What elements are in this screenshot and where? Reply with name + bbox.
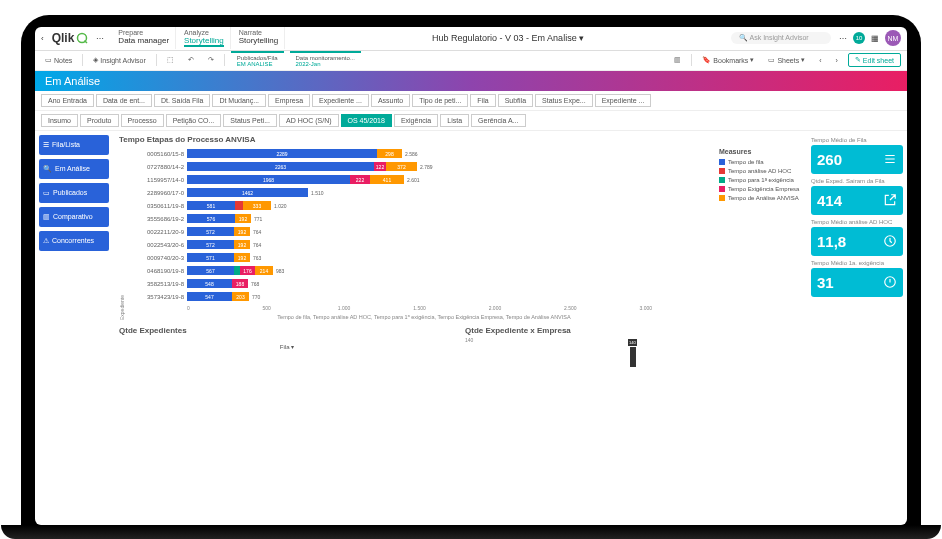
select-icon[interactable]: ⬚ — [163, 54, 178, 66]
bar-chart[interactable]: 0005160/15-822892982.5860727880/14-22263… — [133, 148, 715, 320]
filter-processo[interactable]: Processo — [121, 114, 164, 127]
chart-row[interactable]: 1159957/14-019682224112.601 — [133, 174, 715, 186]
sidebar: ☰Fila/Lista🔍Em Análise▭Publicados▥Compar… — [35, 131, 113, 525]
sidebar-comparativo[interactable]: ▥Comparativo — [39, 207, 109, 227]
edit-sheet-button[interactable]: ✎ Edit sheet — [848, 53, 901, 67]
sheet-banner: Em Análise — [35, 71, 907, 91]
nav-narrate[interactable]: NarrateStorytelling — [233, 27, 286, 49]
filter-data-de-ent-[interactable]: Data de ent... — [96, 94, 152, 107]
legend-item[interactable]: Tempo Exigência Empresa — [719, 186, 801, 192]
sidebar-concorrentes[interactable]: ⚠Concorrentes — [39, 231, 109, 251]
kpi-card[interactable]: 260 — [811, 145, 903, 174]
filter-insumo[interactable]: Insumo — [41, 114, 78, 127]
legend: Measures Tempo de filaTempo análise AD H… — [719, 148, 801, 320]
kpi-panel: Tempo Médio de Fila260Qtde Exped. Sairam… — [807, 131, 907, 525]
chart-row[interactable]: 2289960/17-014621.510 — [133, 187, 715, 199]
sidebar-fila-lista[interactable]: ☰Fila/Lista — [39, 135, 109, 155]
kpi-label: Tempo Médio análise AD HOC — [811, 219, 903, 225]
filter-fila[interactable]: Fila — [470, 94, 495, 107]
chart-row[interactable]: 0727880/14-222631223722.789 — [133, 161, 715, 173]
filter-dt-sa-da-fila[interactable]: Dt. Saída Fila — [154, 94, 210, 107]
filter-status-expe-[interactable]: Status Expe... — [535, 94, 593, 107]
avatar[interactable]: NM — [885, 30, 901, 46]
chart-row[interactable]: 3555686/19-2576192771 — [133, 213, 715, 225]
filter-empresa[interactable]: Empresa — [268, 94, 310, 107]
filter-produto[interactable]: Produto — [80, 114, 119, 127]
search-input[interactable]: 🔍 Ask Insight Advisor — [731, 32, 831, 44]
filter-status-peti-[interactable]: Status Peti... — [223, 114, 277, 127]
chart-icon[interactable]: ▥ — [670, 54, 685, 66]
grid-icon[interactable]: ▦ — [871, 34, 879, 43]
notes-button[interactable]: ▭ Notes — [41, 54, 76, 66]
legend-item[interactable]: Tempo de fila — [719, 159, 801, 165]
filter-row-1: Ano EntradaData de ent...Dt. Saída FilaD… — [35, 91, 907, 111]
filter-exig-ncia[interactable]: Exigência — [394, 114, 438, 127]
filter-row-2: InsumoProdutoProcessoPetição CO...Status… — [35, 111, 907, 131]
selection-tab-2[interactable]: Data monitoramento...2022-Jan — [290, 51, 361, 69]
bookmarks-button[interactable]: 🔖 Bookmarks ▾ — [698, 54, 758, 66]
legend-item[interactable]: Tempo análise AD HOC — [719, 168, 801, 174]
filter-ad-hoc-s-n-[interactable]: AD HOC (S/N) — [279, 114, 339, 127]
sidebar-publicados[interactable]: ▭Publicados — [39, 183, 109, 203]
filter-ano-entrada[interactable]: Ano Entrada — [41, 94, 94, 107]
chart-row[interactable]: 3573423/19-8547203770 — [133, 291, 715, 303]
selection-tab-1[interactable]: Publicados/FilaEM ANALISE — [231, 51, 284, 69]
y-axis-label: Expediente — [119, 148, 129, 320]
chart-row[interactable]: 0022211/20-9572192764 — [133, 226, 715, 238]
kpi-card[interactable]: 31 — [811, 268, 903, 297]
chart-row[interactable]: 0022543/20-6572192764 — [133, 239, 715, 251]
kpi-card[interactable]: 11,8 — [811, 227, 903, 256]
filter-expediente-[interactable]: Expediente ... — [595, 94, 652, 107]
qtde-expedientes[interactable]: Qtde Expedientes Fila ▾ — [119, 326, 455, 371]
nav-prepare[interactable]: PrepareData manager — [112, 27, 176, 49]
nav-analyze[interactable]: AnalyzeStorytelling — [178, 27, 231, 49]
search-icon: 🔍 — [43, 165, 52, 173]
more-icon[interactable]: ⋯ — [96, 34, 104, 43]
qtde-expediente-empresa[interactable]: Qtde Expediente x Empresa 140 — [465, 326, 801, 371]
qlik-logo[interactable]: Qlik — [52, 31, 89, 45]
kpi-label: Qtde Exped. Sairam da Fila — [811, 178, 903, 184]
doc-icon: ▭ — [43, 189, 50, 197]
toolbar: ▭ Notes ◈ Insight Advisor ⬚ ↶ ↷ Publicad… — [35, 51, 907, 71]
chart-title: Tempo Etapas do Processo ANVISA — [119, 135, 801, 144]
filter-subfila[interactable]: Subfila — [498, 94, 533, 107]
legend-item[interactable]: Tempo para 1ª exigência — [719, 177, 801, 183]
back-icon[interactable]: ‹ — [41, 34, 44, 43]
app-title[interactable]: Hub Regulatorio - V 03 - Em Analise ▾ — [293, 33, 723, 43]
chart-row[interactable]: 0468190/19-8567176214983 — [133, 265, 715, 277]
insight-button[interactable]: ◈ Insight Advisor — [89, 54, 150, 66]
filter-lista[interactable]: Lista — [440, 114, 469, 127]
chart-row[interactable]: 0009740/20-3571192763 — [133, 252, 715, 264]
filter-peti-o-co-[interactable]: Petição CO... — [166, 114, 222, 127]
filter-tipo-de-peti-[interactable]: Tipo de peti... — [412, 94, 468, 107]
topbar: ‹ Qlik ⋯ PrepareData manager AnalyzeStor… — [35, 27, 907, 51]
chart-row[interactable]: 0005160/15-822892982.586 — [133, 148, 715, 160]
filter-expediente-[interactable]: Expediente ... — [312, 94, 369, 107]
filter-dt-mudan-[interactable]: Dt Mudanç... — [212, 94, 266, 107]
kpi-card[interactable]: 414 — [811, 186, 903, 215]
filter-ger-ncia-a-[interactable]: Gerência A... — [471, 114, 525, 127]
back-sel-icon[interactable]: ↶ — [184, 54, 198, 66]
sheets-button[interactable]: ▭ Sheets ▾ — [764, 54, 809, 66]
filter-os-45-2018[interactable]: OS 45/2018 — [341, 114, 392, 127]
filter-assunto[interactable]: Assunto — [371, 94, 410, 107]
mini-bar — [630, 347, 636, 367]
notification-badge[interactable]: 10 — [853, 32, 865, 44]
chart-icon: ▥ — [43, 213, 50, 221]
next-sheet-icon[interactable]: › — [832, 55, 842, 66]
help-icon[interactable]: ⋯ — [839, 34, 847, 43]
list-icon: ☰ — [43, 141, 49, 149]
fwd-sel-icon[interactable]: ↷ — [204, 54, 218, 66]
kpi-label: Tempo Médio de Fila — [811, 137, 903, 143]
warn-icon: ⚠ — [43, 237, 49, 245]
chart-row[interactable]: 0350611/19-85813331.020 — [133, 200, 715, 212]
legend-item[interactable]: Tempo de Análise ANVISA — [719, 195, 801, 201]
prev-sheet-icon[interactable]: ‹ — [815, 55, 825, 66]
sidebar-em-an-lise[interactable]: 🔍Em Análise — [39, 159, 109, 179]
chart-row[interactable]: 3582513/19-8548188768 — [133, 278, 715, 290]
svg-line-1 — [85, 41, 88, 44]
kpi-label: Tempo Médio 1a. exigência — [811, 260, 903, 266]
